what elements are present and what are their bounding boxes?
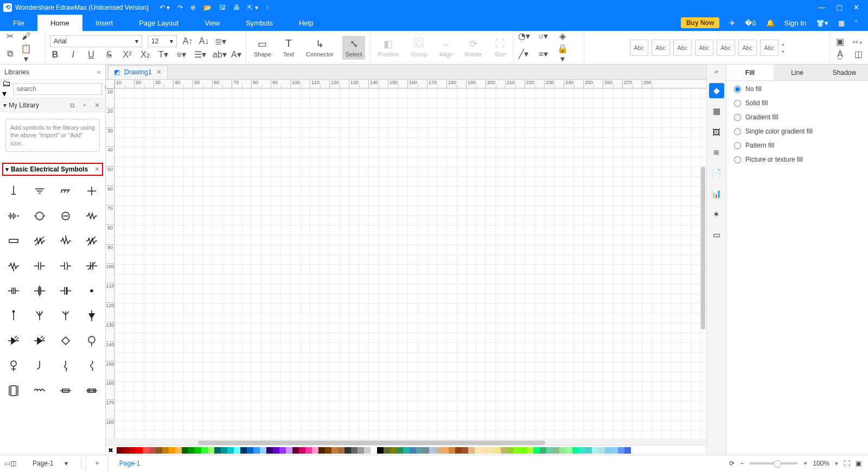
style-thumb-1[interactable]: Abc [630,40,648,56]
symbol-inductor-bent[interactable] [27,354,52,378]
zoom-in-icon[interactable]: + [803,460,807,467]
symbol-terminal[interactable] [1,304,26,328]
line-weight-icon[interactable]: ≡▾ [538,49,548,59]
close-icon[interactable]: ✕ [853,3,859,11]
sign-in-link[interactable]: Sign In [784,19,806,27]
symbol-capacitor-diff[interactable] [53,279,78,303]
symbol-bulb[interactable] [79,329,104,353]
color-swatch[interactable] [195,447,201,454]
open-icon[interactable]: 📂 [203,4,212,11]
line-style-icon[interactable]: ╱▾ [518,49,529,59]
zoom-out-icon[interactable]: − [740,460,744,467]
color-swatch[interactable] [149,447,156,454]
symbol-capacitor-var[interactable] [79,254,104,278]
qat-more-icon[interactable]: ⫶ [266,4,269,11]
color-swatch[interactable] [527,447,533,454]
superscript-icon[interactable]: X² [122,50,132,60]
library-search-input[interactable] [13,83,102,95]
format-arrange-icon[interactable]: ▦ [709,104,724,119]
symbol-varistor[interactable] [1,254,26,278]
paste-icon[interactable]: 📋▾ [21,43,31,64]
color-swatch[interactable] [429,447,436,454]
color-swatch[interactable] [436,447,442,454]
share-icon[interactable]: �ũ [745,19,756,27]
close-doc-tab-icon[interactable]: ✕ [156,68,162,76]
redo-icon[interactable]: ↷ [177,4,183,11]
symbol-capacitor-polar[interactable] [53,254,78,278]
fit-window-icon[interactable]: ▣ [856,460,861,467]
color-swatch[interactable] [611,447,618,454]
crop-icon[interactable]: ⟗▾ [853,36,864,46]
color-swatch[interactable] [130,447,136,454]
fill-opt-pattern[interactable]: Pattern fill [734,142,860,149]
menu-file[interactable]: File [0,15,37,31]
account-icon[interactable]: 👕▾ [816,19,828,27]
color-swatch[interactable] [488,447,494,454]
fill-opt-solid[interactable]: Solid fill [734,99,860,107]
save-icon[interactable]: 🖫 [219,4,226,11]
symbol-dot[interactable] [79,279,104,303]
color-swatch[interactable] [507,447,514,454]
color-swatch[interactable] [247,447,253,454]
symbol-capacitor-feed[interactable] [1,279,26,303]
color-swatch[interactable] [156,447,162,454]
text-styles-icon[interactable]: A̲ [834,49,845,59]
font-size-select[interactable]: 12▾ [148,35,177,47]
color-swatch[interactable] [286,447,292,454]
tab-fill[interactable]: Fill [726,65,774,80]
bullets-icon[interactable]: ☰▾ [194,49,205,60]
zoom-slider[interactable] [749,462,798,464]
color-swatch[interactable] [449,447,455,454]
style-scroll-up-icon[interactable]: ▴ [782,41,784,47]
color-swatch[interactable] [540,447,546,454]
fill-opt-single-gradient[interactable]: Single color gradient fill [734,128,860,135]
color-swatch[interactable] [403,447,410,454]
color-swatch[interactable] [201,447,208,454]
format-fill-icon[interactable]: ◆ [709,83,724,98]
shape-tool[interactable]: ▭Shape [251,36,275,60]
zoom-percent[interactable]: 100% [813,460,829,467]
close-mylib-icon[interactable]: ✕ [92,101,102,109]
color-swatch[interactable] [358,447,364,454]
menu-symbols[interactable]: Symbols [233,15,286,31]
undo-icon[interactable]: ↶ ▾ [159,4,170,11]
symbol-antenna[interactable] [27,304,52,328]
color-swatch[interactable] [501,447,507,454]
color-swatch[interactable] [553,447,559,454]
fill-opt-no-fill[interactable]: No fill [734,85,860,93]
position-tool[interactable]: ◧Position [374,36,402,60]
connector-tool[interactable]: ↳Connector [303,36,337,60]
auto-fit-icon[interactable]: ⟳ [729,460,735,467]
symbol-source-dc[interactable] [53,204,78,228]
format-chart-icon[interactable]: 📊 [709,186,724,201]
symbol-battery[interactable] [1,204,26,228]
color-swatch[interactable] [136,447,143,454]
color-swatch[interactable] [117,447,123,454]
apps-icon[interactable]: ▦ [838,19,845,27]
format-page-icon[interactable]: 📄 [709,166,724,181]
color-swatch[interactable] [344,447,351,454]
symbol-led[interactable] [27,329,52,353]
fit-page-icon[interactable]: ▣ [834,36,845,47]
replace-shape-icon[interactable]: ◫ [853,49,864,59]
color-swatch[interactable] [299,447,305,454]
symbol-resistor[interactable] [79,204,104,228]
color-swatch[interactable] [364,447,371,454]
color-swatch[interactable] [266,447,273,454]
lock-icon[interactable]: 🔒▾ [557,43,568,64]
menu-view[interactable]: View [192,15,233,31]
style-thumb-3[interactable]: Abc [673,40,692,56]
symbol-earth[interactable] [27,179,52,203]
color-swatch[interactable] [221,447,227,454]
color-swatch[interactable] [123,447,130,454]
color-swatch[interactable] [331,447,338,454]
style-thumb-7[interactable]: Abc [760,40,778,56]
color-swatch[interactable] [312,447,318,454]
notify-icon[interactable]: 🔔 [766,19,775,27]
vertical-scrollbar[interactable] [701,167,705,329]
color-swatch[interactable] [533,447,540,454]
color-swatch[interactable] [143,447,149,454]
color-swatch[interactable] [520,447,527,454]
minimize-icon[interactable]: — [818,3,825,11]
color-swatch[interactable] [260,447,266,454]
